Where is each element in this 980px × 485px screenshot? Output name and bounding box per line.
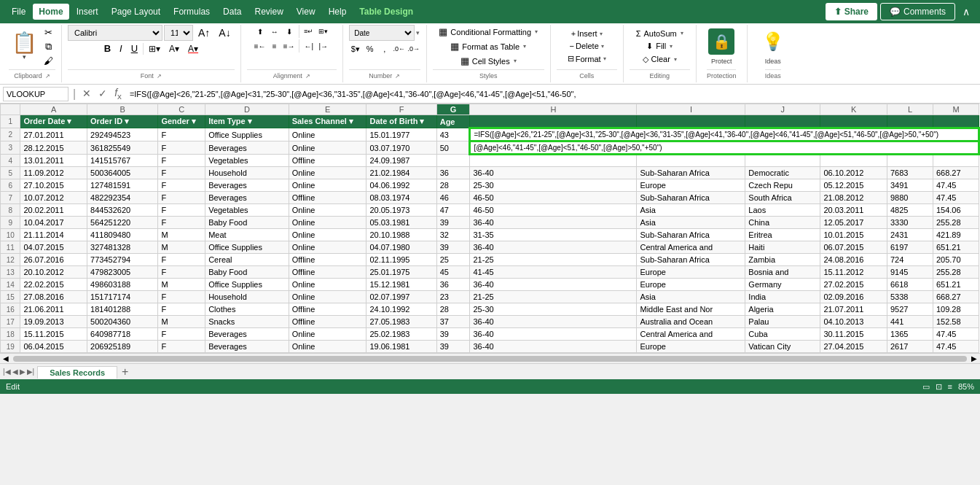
- data-cell[interactable]: Middle East and Nor: [637, 303, 745, 316]
- data-cell[interactable]: 36: [436, 279, 470, 291]
- data-cell[interactable]: Online: [289, 328, 366, 341]
- data-cell[interactable]: 9145: [887, 266, 933, 279]
- data-cell[interactable]: 31-35: [470, 229, 637, 241]
- data-cell[interactable]: 668.27: [933, 291, 979, 303]
- data-cell[interactable]: 15.11.2015: [20, 328, 87, 341]
- format-cells-button[interactable]: ⊟ Format ▾: [563, 53, 611, 65]
- data-cell[interactable]: 15.01.1977: [366, 128, 436, 141]
- data-cell[interactable]: 25: [436, 254, 470, 266]
- data-cell[interactable]: 02.11.1995: [366, 254, 436, 266]
- data-cell[interactable]: 21-25: [470, 254, 637, 266]
- add-sheet-button[interactable]: +: [117, 365, 133, 379]
- data-cell[interactable]: Asia: [637, 217, 745, 229]
- data-cell[interactable]: Eritrea: [745, 229, 820, 241]
- data-cell[interactable]: 43: [436, 128, 470, 141]
- clipboard-expand-icon[interactable]: ↗: [45, 73, 50, 79]
- name-box[interactable]: [3, 87, 68, 101]
- menu-file[interactable]: File: [6, 4, 31, 20]
- data-cell[interactable]: 2431: [887, 229, 933, 241]
- data-cell[interactable]: 19.09.2013: [20, 316, 87, 328]
- data-cell[interactable]: [637, 155, 745, 167]
- scroll-left-button[interactable]: ◀: [0, 354, 12, 362]
- view-layout-button[interactable]: ⊡: [936, 382, 942, 392]
- data-cell[interactable]: [820, 155, 887, 167]
- fill-button[interactable]: ⬇ Fill ▾: [642, 40, 677, 53]
- menu-page-layout[interactable]: Page Layout: [106, 4, 166, 20]
- data-cell[interactable]: Central America and: [637, 328, 745, 341]
- data-cell[interactable]: 154.06: [933, 204, 979, 217]
- data-cell[interactable]: 151717174: [87, 291, 158, 303]
- data-cell[interactable]: Office Supplies: [205, 241, 289, 254]
- menu-insert[interactable]: Insert: [71, 4, 104, 20]
- data-cell[interactable]: 668.27: [933, 167, 979, 179]
- data-cell[interactable]: [470, 155, 637, 167]
- data-cell[interactable]: M: [158, 229, 205, 241]
- data-cell[interactable]: Beverages: [205, 328, 289, 341]
- insert-function-button[interactable]: fx: [112, 87, 124, 101]
- underline-button[interactable]: U: [128, 42, 141, 55]
- data-cell[interactable]: 36-40: [470, 341, 637, 353]
- data-cell[interactable]: Central America and: [637, 241, 745, 254]
- ideas-button[interactable]: 💡: [760, 28, 786, 55]
- number-expand-icon[interactable]: ↗: [395, 73, 400, 79]
- data-cell[interactable]: 05.12.2015: [820, 179, 887, 192]
- data-cell[interactable]: Online: [289, 128, 366, 141]
- data-cell[interactable]: 127481591: [87, 179, 158, 192]
- data-cell[interactable]: Beverages: [205, 341, 289, 353]
- decrease-font-button[interactable]: A↓: [215, 26, 234, 39]
- col-header-f[interactable]: F: [366, 104, 436, 115]
- data-cell[interactable]: Beverages: [205, 141, 289, 155]
- data-cell[interactable]: M: [158, 279, 205, 291]
- align-center-button[interactable]: ≡: [268, 39, 281, 53]
- data-cell[interactable]: 45: [436, 266, 470, 279]
- data-cell[interactable]: 4825: [887, 204, 933, 217]
- align-left-button[interactable]: ≡←: [254, 39, 267, 53]
- increase-font-button[interactable]: A↑: [195, 26, 213, 39]
- data-cell[interactable]: 36-40: [470, 279, 637, 291]
- share-button[interactable]: ⬆ Share: [826, 3, 877, 20]
- data-cell[interactable]: 30.11.2015: [820, 328, 887, 341]
- data-cell[interactable]: F: [158, 341, 205, 353]
- data-cell[interactable]: 36-40: [470, 241, 637, 254]
- data-cell[interactable]: 25-30: [470, 179, 637, 192]
- data-cell[interactable]: 27.04.2015: [820, 341, 887, 353]
- data-cell[interactable]: Laos: [745, 204, 820, 217]
- data-cell[interactable]: Clothes: [205, 303, 289, 316]
- col-header-b[interactable]: B: [87, 104, 158, 115]
- autosum-button[interactable]: Σ AutoSum ▾: [632, 28, 688, 39]
- scroll-right-button[interactable]: ▶: [968, 354, 980, 362]
- data-cell[interactable]: 47.45: [933, 192, 979, 204]
- confirm-formula-button[interactable]: ✓: [96, 88, 109, 99]
- data-cell[interactable]: India: [745, 291, 820, 303]
- data-cell[interactable]: 20.02.2011: [20, 204, 87, 217]
- data-cell[interactable]: 28: [436, 179, 470, 192]
- data-cell[interactable]: F: [158, 204, 205, 217]
- decrease-decimal-button[interactable]: .0←: [393, 42, 406, 55]
- data-cell[interactable]: Europe: [637, 266, 745, 279]
- menu-view[interactable]: View: [291, 4, 321, 20]
- cancel-formula-button[interactable]: ✕: [80, 88, 93, 99]
- data-cell[interactable]: 109.28: [933, 303, 979, 316]
- header-cell-8[interactable]: [637, 115, 745, 128]
- data-cell[interactable]: Offline: [289, 155, 366, 167]
- data-cell[interactable]: 206925189: [87, 341, 158, 353]
- data-cell[interactable]: 1365: [887, 328, 933, 341]
- data-cell[interactable]: 26.07.2016: [20, 254, 87, 266]
- data-cell[interactable]: Algeria: [745, 303, 820, 316]
- data-cell[interactable]: F: [158, 192, 205, 204]
- data-cell[interactable]: Offline: [289, 316, 366, 328]
- data-cell[interactable]: 724: [887, 254, 933, 266]
- data-cell[interactable]: Snacks: [205, 316, 289, 328]
- data-cell[interactable]: Vegetables: [205, 204, 289, 217]
- data-cell[interactable]: Vegetables: [205, 155, 289, 167]
- data-cell[interactable]: 500204360: [87, 316, 158, 328]
- data-cell[interactable]: 19.06.1981: [366, 341, 436, 353]
- data-cell[interactable]: 04.06.1992: [366, 179, 436, 192]
- data-cell[interactable]: Zambia: [745, 254, 820, 266]
- data-cell[interactable]: 6618: [887, 279, 933, 291]
- last-sheet-button[interactable]: ▶|: [27, 368, 35, 376]
- first-sheet-button[interactable]: |◀: [3, 368, 11, 376]
- data-cell[interactable]: Haiti: [745, 241, 820, 254]
- data-cell[interactable]: Online: [289, 279, 366, 291]
- data-cell[interactable]: Household: [205, 167, 289, 179]
